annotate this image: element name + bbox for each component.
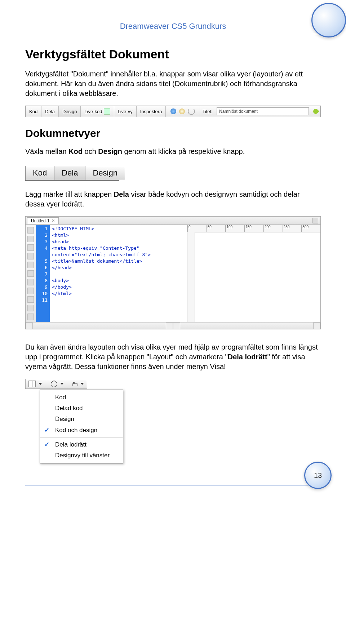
close-icon[interactable]: ✕ <box>52 218 55 223</box>
t: och <box>83 147 98 155</box>
tb-kod[interactable]: Kod <box>26 106 41 117</box>
para-layout: Du kan även ändra layouten och visa olik… <box>25 342 321 372</box>
t: Lägg märke till att knappen <box>25 190 114 198</box>
tb-browser-group <box>166 106 200 117</box>
leaf-icon <box>312 108 319 115</box>
tb-livekod[interactable]: Live-kod <box>81 106 114 117</box>
globe2-icon[interactable] <box>179 108 185 114</box>
scroll-track2[interactable] <box>180 323 313 329</box>
code-tool-column <box>26 225 36 322</box>
tb-design[interactable]: Design <box>59 106 81 117</box>
tool-icon[interactable] <box>27 262 34 268</box>
t: genom att klicka på respektive knapp. <box>122 147 245 155</box>
design-area[interactable]: 050100150200250300 <box>187 225 320 322</box>
tb-title-input[interactable]: Namnlöst dokument <box>217 107 309 115</box>
tb-inspektera[interactable]: Inspektera <box>137 106 166 117</box>
header-rule <box>25 34 321 34</box>
tool-icon[interactable] <box>27 314 34 320</box>
heading-dokumnetvyer: Dokumnetvyer <box>25 127 321 139</box>
para-dela: Lägg märke till att knappen Dela visar b… <box>25 190 321 209</box>
scroll-right2-icon[interactable] <box>313 323 320 329</box>
caret-down-icon[interactable] <box>60 383 64 385</box>
doc-options-icon[interactable] <box>312 218 318 223</box>
tree-icon[interactable] <box>72 381 77 386</box>
t: Design <box>98 147 122 155</box>
split-view-figure: Untitled-1✕ 1234 567891011 <!DOCTYPE HTM… <box>25 216 321 329</box>
tool-icon[interactable] <box>27 279 34 285</box>
caret-down-icon[interactable] <box>39 383 42 385</box>
menu-item[interactable]: Delad kod <box>40 403 123 414</box>
layout-menu-figure: KodDelad kodDesign✓Kod och design✓Dela l… <box>25 379 321 463</box>
scroll-left-icon[interactable] <box>26 323 33 329</box>
page-header: Dreamweaver CS5 Grundkurs <box>25 22 321 31</box>
ruler-vertical <box>187 232 195 322</box>
menu-item[interactable]: Designvy till vänster <box>40 450 123 461</box>
scroll-track[interactable] <box>33 323 166 329</box>
para-intro: Verktygsfältet "Dokument" innehåller bl.… <box>25 69 321 98</box>
footer-rule <box>25 485 321 485</box>
tb-livekod-label: Live-kod <box>84 109 102 114</box>
caret-down-icon[interactable] <box>80 383 84 385</box>
tool-icon[interactable] <box>27 227 34 234</box>
ruler-horizontal: 050100150200250300 <box>187 225 320 232</box>
layout-split-icon[interactable] <box>28 381 36 387</box>
tool-icon[interactable] <box>27 270 34 277</box>
scroll-left2-icon[interactable] <box>173 323 180 329</box>
t: Dela <box>114 190 129 198</box>
scrollbar-row <box>26 322 320 329</box>
t: Växla mellan <box>25 147 68 155</box>
page-number-orb: 13 <box>304 462 332 489</box>
gear-icon[interactable] <box>51 381 57 387</box>
tool-icon[interactable] <box>27 236 34 242</box>
tool-icon[interactable] <box>27 244 34 251</box>
menu-item[interactable]: Kod <box>40 392 123 403</box>
tab-label: Untitled-1 <box>31 218 49 223</box>
tool-icon[interactable] <box>27 296 34 303</box>
group-underline <box>25 180 119 181</box>
heading-verktygsfaltet: Verktygsfältet Dokument <box>25 47 321 61</box>
refresh-icon[interactable] <box>188 108 195 115</box>
menu-item[interactable]: ✓Dela lodrätt <box>40 439 123 450</box>
decorative-orb <box>311 3 346 37</box>
btn-kod[interactable]: Kod <box>26 166 54 180</box>
tb-end-icon <box>311 106 320 117</box>
tb-title-label: Titel: <box>200 106 214 117</box>
tool-icon[interactable] <box>27 288 34 294</box>
menu-item[interactable]: ✓Kod och design <box>40 425 123 436</box>
tb-dela[interactable]: Dela <box>41 106 59 117</box>
file-tab[interactable]: Untitled-1✕ <box>27 217 59 224</box>
layout-menubar <box>25 379 87 389</box>
para-vaxla: Växla mellan Kod och Design genom att kl… <box>25 147 321 156</box>
line-gutter: 1234 567891011 <box>36 225 50 322</box>
tool-icon[interactable] <box>27 253 34 259</box>
menu-item[interactable]: Design <box>40 414 123 425</box>
globe-icon[interactable] <box>170 108 176 114</box>
layout-dropdown: KodDelad kodDesign✓Kod och design✓Dela l… <box>40 390 123 463</box>
btn-dela[interactable]: Dela <box>54 166 85 180</box>
tool-icon[interactable] <box>27 305 34 311</box>
t: Kod <box>68 147 83 155</box>
t: Dela lodrätt <box>228 353 267 361</box>
document-toolbar-figure: Kod Dela Design Live-kod Live-vy Inspekt… <box>25 106 321 117</box>
livekod-icon <box>104 108 110 115</box>
kod-dela-design-group: Kod Dela Design <box>25 166 125 180</box>
scroll-right-icon[interactable] <box>166 323 173 329</box>
code-area[interactable]: <!DOCTYPE HTML> <html> <head> <meta http… <box>50 225 187 322</box>
btn-design[interactable]: Design <box>85 166 124 180</box>
tb-livevy[interactable]: Live-vy <box>114 106 137 117</box>
